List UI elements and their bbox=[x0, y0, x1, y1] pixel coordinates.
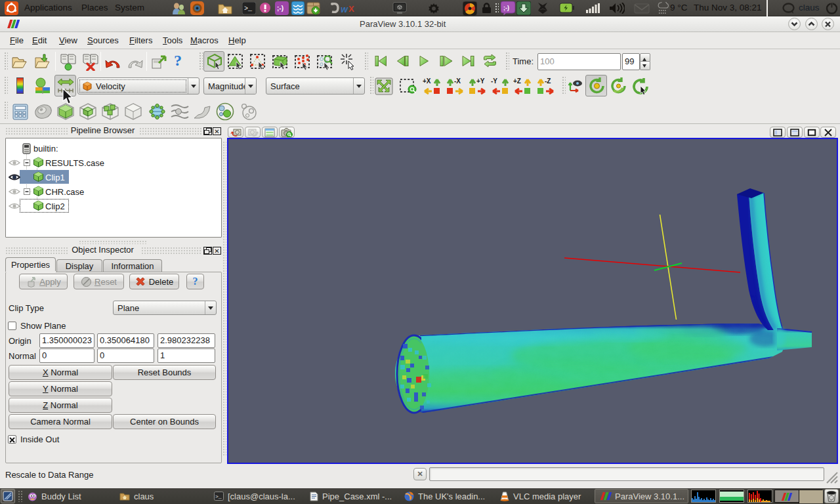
svg-text:-X: -X bbox=[454, 77, 461, 85]
svg-text:>_: >_ bbox=[244, 5, 253, 12]
svg-text:-Y: -Y bbox=[491, 77, 497, 85]
svg-text:w: w bbox=[341, 4, 348, 14]
svg-text:;-): ;-) bbox=[503, 5, 509, 11]
svg-text:+X: +X bbox=[423, 77, 431, 85]
svg-text:+Z: +Z bbox=[513, 77, 521, 85]
svg-text:X: X bbox=[348, 4, 354, 14]
svg-text:;-): ;-) bbox=[277, 5, 284, 12]
svg-text:+Y: +Y bbox=[476, 77, 485, 85]
svg-text:-Z: -Z bbox=[545, 77, 551, 85]
svg-text:>_: >_ bbox=[215, 494, 222, 499]
